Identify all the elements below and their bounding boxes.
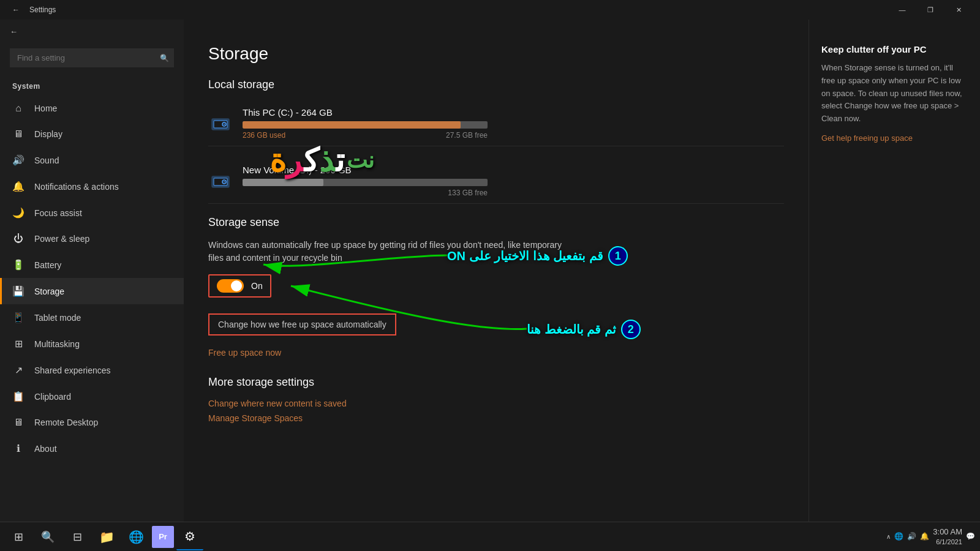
multitasking-label: Multitasking	[34, 339, 80, 349]
action-center-icon[interactable]: 💬	[966, 532, 975, 541]
local-storage-section: Local storage This PC (C:)	[208, 78, 784, 204]
clock[interactable]: 3:00 AM 6/1/2021	[933, 527, 962, 547]
toggle-label: On	[251, 281, 263, 291]
sidebar-item-display[interactable]: 🖥 Display	[0, 121, 184, 147]
sidebar-item-power[interactable]: ⏻ Power & sleep	[0, 226, 184, 252]
clipboard-icon: 📋	[12, 391, 24, 402]
right-panel: Keep clutter off your PC When Storage se…	[809, 20, 980, 522]
drive-d-info: New Volume (D:) - 200 GB 133 GB free	[243, 165, 784, 197]
home-label: Home	[34, 103, 57, 113]
drive-d-item[interactable]: New Volume (D:) - 200 GB 133 GB free	[208, 159, 784, 204]
drive-d-name: New Volume (D:) - 200 GB	[243, 165, 784, 175]
storage-icon: 💾	[12, 285, 24, 297]
drive-c-icon	[208, 111, 233, 136]
back-button[interactable]: ←	[7, 3, 24, 17]
right-panel-desc: When Storage sense is turned on, it'll f…	[821, 62, 968, 126]
main-content: Storage Local storage	[184, 20, 809, 522]
about-icon: ℹ	[12, 443, 24, 454]
focus-icon: 🌙	[12, 207, 24, 219]
battery-label: Battery	[34, 260, 61, 270]
change-content-location-link[interactable]: Change where new content is saved	[208, 399, 784, 408]
power-icon: ⏻	[12, 233, 24, 244]
back-icon: ←	[10, 27, 18, 36]
drive-d-bar	[243, 179, 488, 186]
toggle-container: On	[208, 274, 271, 298]
sidebar-item-remote[interactable]: 🖥 Remote Desktop	[0, 410, 184, 435]
sidebar-item-storage[interactable]: 💾 Storage	[0, 278, 184, 304]
svg-point-7	[224, 181, 225, 182]
clipboard-label: Clipboard	[34, 392, 71, 402]
chrome-app[interactable]: 🌐	[123, 523, 149, 550]
settings-app[interactable]: ⚙	[176, 523, 203, 550]
sidebar-item-notifications[interactable]: 🔔 Notifications & actions	[0, 173, 184, 200]
search-input[interactable]	[10, 48, 174, 67]
sidebar: ← 🔍 System ⌂ Home 🖥 Display 🔊 Sound 🔔	[0, 20, 184, 522]
drive-d-icon	[208, 169, 233, 193]
premiere-app[interactable]: Pr	[152, 526, 174, 548]
power-label: Power & sleep	[34, 234, 89, 244]
storage-sense-title: Storage sense	[208, 216, 784, 229]
tablet-label: Tablet mode	[34, 313, 81, 323]
multitasking-icon: ⊞	[12, 338, 24, 350]
svg-rect-5	[214, 178, 227, 186]
sound-icon: 🔊	[12, 154, 24, 166]
drive-c-free: 27.5 GB free	[446, 131, 488, 140]
toggle-knob	[231, 280, 242, 291]
task-view-button[interactable]: ⊟	[64, 523, 91, 550]
change-free-space-button[interactable]: Change how we free up space automaticall…	[208, 313, 396, 335]
get-help-link[interactable]: Get help freeing up space	[821, 133, 913, 143]
drive-d-free: 133 GB free	[448, 189, 488, 197]
sidebar-item-home[interactable]: ⌂ Home	[0, 96, 184, 121]
search-taskbar-button[interactable]: 🔍	[34, 523, 61, 550]
window-title: Settings	[29, 6, 56, 14]
shared-label: Shared experiences	[34, 365, 111, 375]
taskbar-right: ∧ 🌐 🔊 🔔 3:00 AM 6/1/2021 💬	[886, 527, 975, 547]
local-storage-title: Local storage	[208, 78, 784, 91]
taskbar-chevron-icon[interactable]: ∧	[886, 533, 891, 540]
taskbar-left: ⊞ 🔍 ⊟ 📁 🌐 Pr ⚙	[5, 523, 203, 550]
sidebar-item-tablet[interactable]: 📱 Tablet mode	[0, 304, 184, 331]
drive-c-item[interactable]: This PC (C:) - 264 GB 236 GB used 27.5 G…	[208, 101, 784, 146]
network-icon: 🌐	[894, 532, 903, 541]
right-panel-title: Keep clutter off your PC	[821, 44, 968, 54]
about-label: About	[34, 444, 57, 454]
titlebar: ← Settings — ❐ ✕	[0, 0, 980, 20]
file-explorer-app[interactable]: 📁	[93, 523, 120, 550]
close-button[interactable]: ✕	[944, 0, 973, 20]
storage-label: Storage	[34, 287, 64, 296]
sidebar-item-about[interactable]: ℹ About	[0, 435, 184, 462]
remote-label: Remote Desktop	[34, 418, 98, 427]
sidebar-item-battery[interactable]: 🔋 Battery	[0, 252, 184, 278]
storage-sense-toggle[interactable]	[217, 279, 244, 293]
sidebar-item-sound[interactable]: 🔊 Sound	[0, 147, 184, 173]
sound-label: Sound	[34, 156, 59, 165]
sidebar-item-multitasking[interactable]: ⊞ Multitasking	[0, 331, 184, 357]
drive-c-used: 236 GB used	[243, 131, 285, 140]
free-up-now-link[interactable]: Free up space now	[208, 348, 784, 358]
shared-icon: ↗	[12, 364, 24, 376]
system-section-label: System	[0, 77, 184, 96]
svg-point-3	[224, 124, 225, 125]
page-title: Storage	[208, 44, 784, 64]
svg-rect-1	[214, 121, 227, 128]
storage-sense-desc: Windows can automatically free up space …	[208, 239, 576, 264]
tablet-icon: 📱	[12, 312, 24, 323]
notifications-icon: 🔔	[12, 181, 24, 192]
sidebar-item-focus[interactable]: 🌙 Focus assist	[0, 200, 184, 226]
start-button[interactable]: ⊞	[5, 523, 32, 550]
sidebar-item-clipboard[interactable]: 📋 Clipboard	[0, 383, 184, 410]
display-label: Display	[34, 129, 62, 139]
minimize-button[interactable]: —	[888, 0, 916, 20]
search-icon: 🔍	[160, 54, 169, 62]
maximize-button[interactable]: ❐	[916, 0, 944, 20]
clock-date: 6/1/2021	[933, 538, 962, 547]
remote-icon: 🖥	[12, 417, 24, 428]
back-nav[interactable]: ←	[0, 20, 184, 43]
display-icon: 🖥	[12, 129, 24, 140]
drive-c-bar	[243, 121, 488, 129]
storage-sense-section: Storage sense Windows can automatically …	[208, 216, 784, 358]
home-icon: ⌂	[12, 103, 24, 114]
notification-icon[interactable]: 🔔	[920, 532, 929, 541]
manage-storage-spaces-link[interactable]: Manage Storage Spaces	[208, 413, 784, 423]
sidebar-item-shared[interactable]: ↗ Shared experiences	[0, 357, 184, 383]
